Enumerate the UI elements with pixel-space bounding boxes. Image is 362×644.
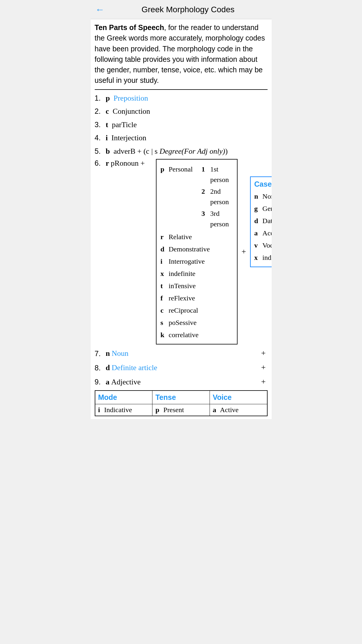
- item-code: p: [106, 94, 110, 102]
- case-label: Dative: [262, 216, 271, 226]
- plus-sign: +: [261, 347, 266, 360]
- person-label: 3rd person: [210, 208, 233, 229]
- intro-bold: Ten Parts of Speech: [95, 23, 164, 32]
- list-item: 4. i Interjection: [95, 131, 268, 145]
- bottom-section: 7. n Noun + 8. d Definite article + 9. a…: [95, 346, 268, 416]
- popup-code: c: [161, 305, 166, 316]
- person-rows: 1 1st person 2 2nd person 3 3rd person: [201, 163, 233, 230]
- list-item: 5. b adverB + (c | s Degree(For Adj only…: [95, 145, 268, 158]
- item-code: c: [106, 107, 109, 116]
- list-item: 8. d Definite article +: [95, 360, 268, 375]
- popup-label: reFlexive: [169, 293, 195, 303]
- item-num: 1.: [95, 92, 106, 104]
- back-button[interactable]: ←: [95, 4, 105, 15]
- case-row: n Nominativ...: [254, 190, 271, 202]
- item-code: n: [106, 347, 110, 360]
- table-header: Mode Tense Voice: [95, 391, 267, 404]
- mode-cell: i Indicative: [95, 404, 153, 416]
- popup-code: r: [161, 232, 166, 242]
- page-title: Greek Morphology Codes: [109, 5, 267, 14]
- table-row: i Indicative p Present a Active: [95, 404, 267, 416]
- item-italic: Degree(For Adj only): [159, 147, 225, 155]
- popup-label: correlative: [169, 330, 199, 340]
- col-voice: Voice: [210, 391, 267, 404]
- popup-code: d: [161, 244, 166, 254]
- item-content: p Preposition: [106, 92, 148, 104]
- tense-label: Present: [164, 406, 184, 414]
- item-label: Conjunction: [113, 107, 150, 116]
- popup-code: n: [254, 191, 260, 202]
- person-num: 3: [201, 208, 208, 219]
- item-content: b adverB + (c | s Degree(For Adj only)): [106, 145, 228, 158]
- case-label: Genitive: [262, 203, 271, 214]
- item-label: Noun: [112, 347, 129, 360]
- person-row: 1 1st person: [201, 163, 233, 186]
- case-row: x indeclinab...: [254, 251, 271, 264]
- popup-label: Relative: [169, 232, 192, 242]
- item-label: parTicle: [112, 120, 137, 129]
- list-item: 1. p Preposition: [95, 92, 268, 105]
- pronoun-popup-row: t inTensive: [161, 280, 233, 292]
- item-content: c Conjunction: [106, 105, 150, 118]
- parts-list: 1. p Preposition 2. c Conjunction 3. t p…: [95, 89, 268, 416]
- case-popup: Case> n Nominativ... g Genitive d Dative: [250, 176, 271, 267]
- popup-label: Personal: [169, 164, 193, 174]
- pronoun-row: 6. r pRonoun + p Personal 1: [95, 159, 268, 344]
- popup-code: f: [161, 293, 166, 303]
- person-num: 1: [201, 164, 208, 174]
- pronoun-section: 6. r pRonoun + p Personal 1: [95, 159, 268, 344]
- popup-code: v: [254, 240, 260, 251]
- pronoun-popup-row: x indefinite: [161, 267, 233, 280]
- item-num: 4.: [95, 132, 106, 144]
- popup-label: Interrogative: [169, 256, 205, 267]
- case-label: Vocative: [262, 240, 271, 251]
- voice-cell: a Active: [210, 404, 267, 416]
- item-code: b: [106, 147, 110, 155]
- item-num: 3.: [95, 119, 106, 130]
- tense-cell: p Present: [152, 404, 210, 416]
- col-mode: Mode: [95, 391, 153, 404]
- case-label: indeclinab...: [262, 252, 271, 263]
- mode-code: i: [98, 406, 100, 414]
- intro-paragraph: Ten Parts of Speech, for the reader to u…: [95, 22, 268, 86]
- case-label: Nominativ...: [262, 191, 271, 202]
- mode-label: Indicative: [104, 406, 132, 414]
- case-title: Case>: [254, 180, 271, 188]
- plus-sign: +: [261, 375, 266, 388]
- voice-code: a: [213, 406, 216, 414]
- item-code: a: [106, 376, 110, 388]
- item-num: 2.: [95, 105, 106, 117]
- plus-sign: +: [261, 361, 266, 374]
- person-row: 3 3rd person: [201, 208, 233, 230]
- item-code: r: [106, 159, 109, 168]
- popup-code: s: [161, 317, 166, 328]
- item-code: t: [106, 120, 108, 129]
- case-label: Accusative: [262, 228, 271, 238]
- tense-code: p: [155, 406, 159, 414]
- voice-label: Active: [220, 406, 239, 414]
- item-label: adverB + (c | s Degree(For Adj only)): [113, 147, 228, 155]
- popup-label: reCiprocal: [169, 305, 198, 316]
- popup-code: d: [254, 216, 260, 226]
- case-row: a Accusative: [254, 227, 271, 239]
- popup-label: Demonstrative: [169, 244, 210, 254]
- app-header: ← Greek Morphology Codes: [91, 0, 272, 19]
- popup-code: x: [254, 252, 260, 263]
- list-item: 9. a Adjective +: [95, 375, 268, 389]
- popup-code: a: [254, 228, 260, 238]
- person-label: 2nd person: [210, 186, 233, 207]
- main-content: Ten Parts of Speech, for the reader to u…: [91, 19, 272, 419]
- case-row: g Genitive: [254, 202, 271, 215]
- pronoun-popup-row: s poSessive: [161, 316, 233, 329]
- item-label: Adjective: [111, 376, 141, 388]
- item-content: t parTicle: [106, 119, 137, 131]
- mode-tense-voice-table: Mode Tense Voice i Indicative p Present …: [95, 390, 268, 416]
- popup-label: inTensive: [169, 281, 196, 291]
- list-item: 2. c Conjunction: [95, 105, 268, 118]
- item-num: 7.: [95, 348, 106, 359]
- person-label: 1st person: [210, 164, 233, 185]
- popup-code: x: [161, 268, 166, 279]
- item-num: 9.: [95, 376, 106, 388]
- item-content: i Interjection: [106, 132, 147, 144]
- list-item: 3. t parTicle: [95, 118, 268, 132]
